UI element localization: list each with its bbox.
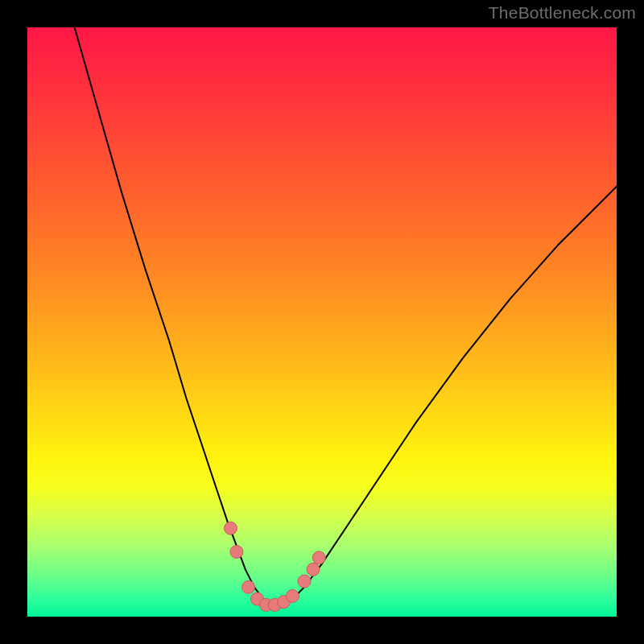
chart-svg <box>27 27 617 617</box>
plot-area <box>27 27 617 617</box>
chart-frame: TheBottleneck.com <box>0 0 644 644</box>
curve-marker <box>312 551 325 564</box>
curve-marker <box>230 546 243 559</box>
curve-marker <box>242 580 255 593</box>
curve-markers <box>225 522 326 611</box>
curve-marker <box>298 575 311 588</box>
watermark-text: TheBottleneck.com <box>489 3 636 23</box>
curve-marker <box>307 563 320 576</box>
bottleneck-curve <box>75 27 617 605</box>
curve-marker <box>286 589 299 602</box>
curve-marker <box>225 522 237 535</box>
